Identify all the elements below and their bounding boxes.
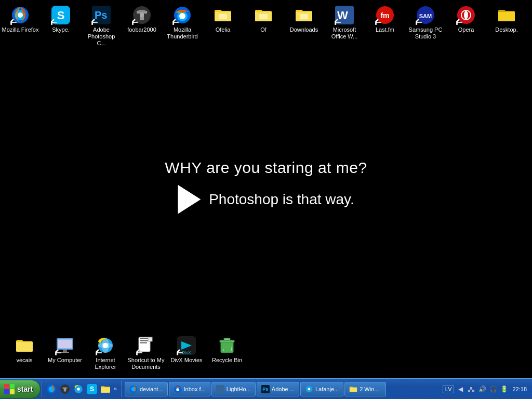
quick-launch-area: S » bbox=[43, 379, 120, 399]
desktop-icon-adobe-photoshop[interactable]: Ps Adobe Photoshop C... bbox=[81, 2, 122, 50]
taskbar: start S bbox=[0, 378, 532, 399]
start-label: start bbox=[17, 385, 33, 393]
windows-flag-icon bbox=[4, 384, 15, 394]
ql-folder[interactable] bbox=[99, 383, 112, 395]
tray-volume-icon[interactable]: 🔊 bbox=[477, 384, 487, 394]
tray-clock[interactable]: 22:18 bbox=[510, 386, 529, 392]
desktop-icon-desktop[interactable]: Desktop. bbox=[486, 2, 527, 36]
svg-rect-37 bbox=[140, 342, 147, 343]
firefox-icon bbox=[10, 5, 31, 25]
desktop-icon-my-computer[interactable]: My Computer bbox=[45, 332, 85, 366]
svg-point-33 bbox=[103, 343, 108, 348]
desktop-icon-lastfm[interactable]: fm Last.fm bbox=[365, 2, 405, 36]
desktop-icon-label: vecais bbox=[16, 357, 32, 364]
taskbar-btn-2win[interactable]: 2 Win... bbox=[344, 382, 386, 396]
play-arrow-icon bbox=[178, 185, 201, 214]
ql-firefox[interactable] bbox=[45, 383, 58, 395]
start-button[interactable]: start bbox=[0, 380, 41, 398]
lastfm-icon: fm bbox=[375, 5, 395, 25]
thunderbird-icon bbox=[172, 5, 193, 25]
svg-line-62 bbox=[469, 389, 471, 390]
svg-rect-38 bbox=[148, 337, 152, 341]
desktop: Mozilla Firefox S Skype. Ps bbox=[0, 0, 532, 378]
desktop-icons-top: Mozilla Firefox S Skype. Ps bbox=[0, 0, 532, 52]
foobar-icon bbox=[131, 5, 152, 25]
shortcut-arrow bbox=[91, 19, 98, 25]
desktop-icon-label: Desktop. bbox=[495, 26, 517, 33]
desktop-icon-label: Recycle Bin bbox=[212, 357, 242, 364]
desktop-icon-foobar2000[interactable]: foobar2000 bbox=[122, 2, 162, 36]
svg-rect-36 bbox=[140, 340, 149, 341]
tray-language[interactable]: LV bbox=[443, 385, 455, 393]
taskbar-btn-lafanje[interactable]: Lafanje... bbox=[300, 382, 343, 396]
taskbar-btn-lightho[interactable]: LightHo... bbox=[211, 382, 256, 396]
svg-rect-35 bbox=[140, 338, 149, 339]
svg-rect-13 bbox=[259, 14, 268, 19]
desktop-icon-mozilla-firefox[interactable]: Mozilla Firefox bbox=[0, 2, 41, 36]
desktop-icon-divx-movies[interactable]: DivX DivX Movies bbox=[166, 332, 207, 366]
svg-rect-28 bbox=[61, 352, 69, 353]
shortcut-arrow bbox=[10, 19, 17, 25]
tray-battery-icon[interactable]: 🔋 bbox=[499, 384, 509, 394]
desktop-icon-label: Mozilla Thunderbird bbox=[164, 26, 201, 40]
desktop-icon-shortcut-my-documents[interactable]: Shortcut to My Documents bbox=[126, 332, 166, 373]
shortcut-arrow bbox=[51, 19, 57, 25]
desktop-folder-icon bbox=[496, 5, 517, 25]
desktop-icon-thunderbird[interactable]: Mozilla Thunderbird bbox=[162, 2, 203, 43]
svg-rect-12 bbox=[219, 14, 227, 19]
desktop-icon-recycle-bin[interactable]: Recycle Bin bbox=[207, 332, 247, 366]
tray-arrow-icon[interactable]: ◀ bbox=[456, 384, 465, 394]
skype-icon: S bbox=[50, 5, 71, 25]
desktop-icon-skype[interactable]: S Skype. bbox=[41, 2, 81, 36]
taskbar-btn-adobe[interactable]: Ps Adobe ... bbox=[257, 382, 299, 396]
firefox-taskbar-icon bbox=[129, 385, 138, 393]
svg-point-24 bbox=[464, 11, 468, 19]
desktop-icon-samsung[interactable]: SAM Samsung PC Studio 3 bbox=[405, 2, 446, 43]
taskbar-btn-inbox[interactable]: Inbox f... bbox=[169, 382, 210, 396]
ql-foobar[interactable] bbox=[59, 383, 71, 395]
taskbar-btn-deviant[interactable]: deviant... bbox=[125, 382, 168, 396]
desktop-icon-opera[interactable]: Opera bbox=[446, 2, 486, 36]
desktop-icon-internet-explorer[interactable]: Internet Explorer bbox=[85, 332, 126, 373]
desktop-icon-label: Shortcut to My Documents bbox=[127, 357, 165, 370]
shortcut-arrow bbox=[177, 349, 183, 355]
desktop-icon-ofelia[interactable]: Ofelia bbox=[203, 2, 243, 36]
center-line1: WHY are you staring at me? bbox=[165, 159, 367, 177]
folder-taskbar-icon bbox=[349, 385, 357, 393]
svg-rect-61 bbox=[472, 390, 474, 392]
ql-ie[interactable] bbox=[72, 383, 85, 395]
center-line2-text: Photoshop is that way. bbox=[209, 191, 354, 208]
desktop-icons-bottom: vecais My Computer bbox=[0, 332, 251, 373]
thunderbird-taskbar-icon bbox=[174, 385, 182, 393]
svg-rect-60 bbox=[468, 390, 470, 392]
desktop-icon-label: Of bbox=[260, 26, 267, 33]
desktop-icon-of[interactable]: Of bbox=[243, 2, 284, 36]
tray-network-icon[interactable] bbox=[467, 384, 476, 394]
tray-headphone-icon[interactable]: 🎧 bbox=[488, 384, 498, 394]
desktop-icon-label: Internet Explorer bbox=[87, 357, 124, 370]
shortcut-arrow bbox=[136, 349, 142, 355]
taskbar-btn-lightho-label: LightHo... bbox=[227, 386, 251, 392]
shortcut-arrow bbox=[456, 19, 462, 25]
shortcut-arrow bbox=[132, 19, 138, 25]
ql-skype[interactable]: S bbox=[86, 383, 98, 395]
svg-point-54 bbox=[176, 388, 179, 391]
desktop-icon-microsoft-office[interactable]: W Microsoft Office W... bbox=[324, 2, 365, 43]
desktop-icon-vecais[interactable]: vecais bbox=[4, 332, 45, 366]
svg-point-58 bbox=[308, 388, 310, 390]
divx-icon: DivX bbox=[176, 335, 197, 356]
opera-icon bbox=[456, 5, 476, 25]
quick-launch-overflow[interactable]: » bbox=[113, 386, 118, 392]
flag-green bbox=[10, 384, 15, 389]
svg-text:Ps: Ps bbox=[262, 387, 268, 392]
desktop-icon-label: My Computer bbox=[48, 357, 82, 364]
shortcut-arrow bbox=[172, 19, 179, 25]
samsung-icon: SAM bbox=[415, 5, 436, 25]
ie-taskbar-icon bbox=[305, 385, 313, 393]
svg-rect-42 bbox=[220, 340, 234, 342]
shortcut-arrow bbox=[416, 19, 422, 25]
system-tray: LV ◀ 🔊 🎧 🔋 22:18 bbox=[440, 379, 532, 399]
ie-icon bbox=[95, 335, 116, 356]
desktop-icon-downloads[interactable]: Downloads bbox=[284, 2, 324, 36]
desktop-icon-label: DivX Movies bbox=[170, 357, 202, 364]
